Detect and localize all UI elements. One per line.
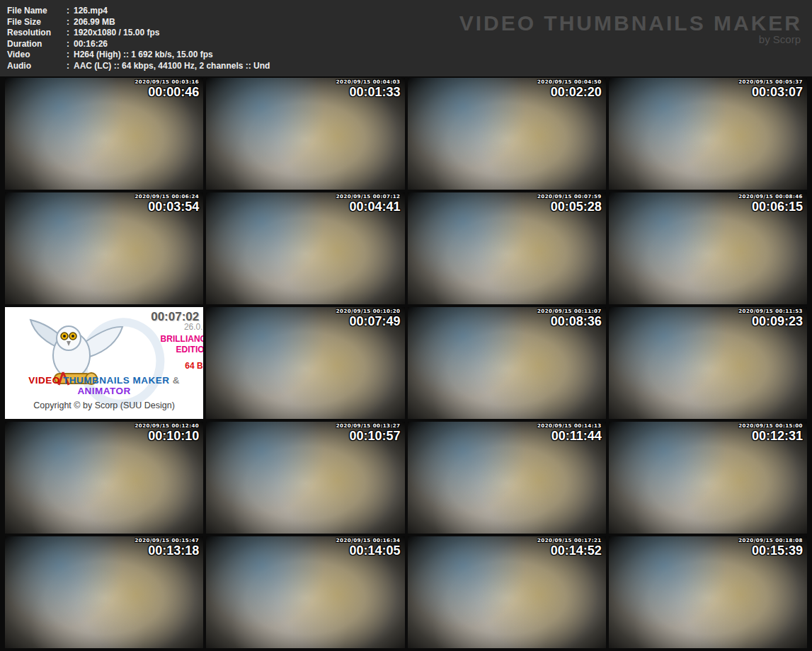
meta-label: File Name: [7, 6, 67, 17]
timestamp-overlay: 00:12:31: [752, 429, 803, 444]
timestamp-overlay: 00:02:20: [551, 85, 602, 100]
timestamp-overlay: 00:03:07: [752, 85, 803, 100]
timestamp-overlay: 00:13:18: [148, 543, 199, 558]
camera-osd-datetime: 2020/09/15 00:03:16: [135, 79, 199, 85]
product-title-thumbnails: THUMBNAILS MAKER: [63, 375, 170, 386]
timestamp-overlay: 00:07:49: [349, 314, 400, 329]
thumbnail-cell: 2020/09/15 00:13:27 00:10:57: [206, 422, 404, 534]
timestamp-overlay: 00:04:41: [349, 200, 400, 214]
edition-label: EDITION: [176, 345, 204, 355]
camera-osd-datetime: 2020/09/15 00:04:50: [537, 79, 602, 85]
meta-label: Resolution: [7, 28, 67, 39]
timestamp-overlay: 00:09:23: [752, 314, 803, 329]
timestamp-overlay: 00:08:36: [551, 314, 602, 329]
meta-label: Video: [7, 50, 67, 61]
meta-row-audio: Audio:AAC (LC) :: 64 kbps, 44100 Hz, 2 c…: [7, 61, 812, 72]
camera-osd-datetime: 2020/09/15 00:07:12: [336, 194, 401, 200]
meta-separator: :: [67, 50, 69, 61]
timestamp-overlay: 00:03:54: [148, 200, 199, 214]
meta-label: Duration: [7, 39, 67, 50]
thumbnail-cell: 2020/09/15 00:15:47 00:13:18: [5, 536, 203, 648]
meta-value: 206.99 MB: [74, 17, 115, 28]
version-label: 26.0.0: [184, 322, 203, 332]
meta-value: AAC (LC) :: 64 kbps, 44100 Hz, 2 channel…: [74, 61, 270, 72]
thumbnail-cell: 2020/09/15 00:07:59 00:05:28: [408, 192, 606, 304]
timestamp-overlay: 00:14:52: [551, 543, 602, 558]
camera-osd-datetime: 2020/09/15 00:10:20: [336, 309, 401, 314]
meta-label: Audio: [7, 61, 67, 72]
thumbnail-cell: 2020/09/15 00:16:34 00:14:05: [206, 536, 404, 648]
timestamp-overlay: 00:10:57: [349, 429, 400, 444]
thumbnail-cell: 2020/09/15 00:18:08 00:15:39: [609, 536, 807, 648]
meta-separator: :: [67, 17, 69, 28]
thumbnail-cell: 2020/09/15 00:05:37 00:03:07: [609, 78, 807, 190]
camera-osd-datetime: 2020/09/15 00:11:07: [537, 309, 602, 314]
app-branding: VIDEO THUMBNAILS MAKER by Scorp: [459, 11, 802, 45]
logo-card: 00:07:02 26.0.0 BRILLIANCE EDITION 64 BI…: [5, 307, 203, 419]
thumbnail-cell: 2020/09/15 00:04:50 00:02:20: [408, 78, 606, 190]
timestamp-overlay: 00:06:15: [752, 200, 803, 214]
meta-row-video: Video:H264 (High) :: 1 692 kb/s, 15.00 f…: [7, 50, 812, 61]
timestamp-overlay: 00:14:05: [349, 543, 400, 558]
camera-osd-datetime: 2020/09/15 00:17:21: [537, 538, 602, 543]
product-title-video: VIDEO: [28, 375, 60, 386]
camera-osd-datetime: 2020/09/15 00:18:08: [738, 538, 803, 543]
camera-osd-datetime: 2020/09/15 00:12:40: [135, 423, 199, 429]
thumbnail-cell: 2020/09/15 00:07:12 00:04:41: [206, 192, 404, 304]
camera-osd-datetime: 2020/09/15 00:04:03: [336, 79, 401, 85]
thumbnail-cell: 2020/09/15 00:03:16 00:00:46: [5, 78, 203, 190]
meta-separator: :: [67, 39, 69, 50]
timestamp-overlay: 00:05:28: [551, 200, 602, 214]
edition-label: BRILLIANCE: [161, 334, 204, 344]
meta-separator: :: [67, 61, 69, 72]
camera-osd-datetime: 2020/09/15 00:11:53: [738, 309, 803, 314]
thumbnail-cell: 2020/09/15 00:04:03 00:01:33: [206, 78, 404, 190]
thumbnail-cell: 2020/09/15 00:12:40 00:10:10: [5, 422, 203, 534]
thumbnail-cell: 2020/09/15 00:11:07 00:08:36: [408, 307, 606, 419]
camera-osd-datetime: 2020/09/15 00:08:46: [738, 194, 803, 200]
bits-label: 64 BIT: [185, 361, 203, 371]
timestamp-overlay: 00:01:33: [349, 85, 400, 100]
thumbnail-cell: 2020/09/15 00:15:00 00:12:31: [609, 422, 807, 534]
product-title: VIDEO THUMBNAILS MAKER & ANIMATOR: [5, 375, 203, 396]
app-title: VIDEO THUMBNAILS MAKER: [459, 11, 802, 35]
camera-osd-datetime: 2020/09/15 00:05:37: [738, 79, 803, 85]
timestamp-overlay: 00:11:44: [551, 429, 602, 444]
thumbnail-cell: 2020/09/15 00:08:46 00:06:15: [609, 192, 807, 304]
camera-osd-datetime: 2020/09/15 00:13:27: [336, 423, 401, 429]
thumbnail-cell: 2020/09/15 00:06:24 00:03:54: [5, 192, 203, 304]
camera-osd-datetime: 2020/09/15 00:14:13: [537, 423, 602, 429]
thumbnail-grid: 2020/09/15 00:03:16 00:00:46 2020/09/15 …: [0, 76, 812, 651]
camera-osd-datetime: 2020/09/15 00:16:34: [336, 538, 401, 543]
timestamp-overlay: 00:15:39: [752, 543, 803, 558]
camera-osd-datetime: 2020/09/15 00:15:47: [135, 538, 199, 543]
meta-value: H264 (High) :: 1 692 kb/s, 15.00 fps: [74, 50, 213, 61]
thumbnail-cell: 2020/09/15 00:10:20 00:07:49: [206, 307, 404, 419]
thumbnail-cell: 2020/09/15 00:14:13 00:11:44: [408, 422, 606, 534]
meta-separator: :: [67, 28, 69, 39]
meta-label: File Size: [7, 17, 67, 28]
product-title-animator: ANIMATOR: [77, 386, 131, 396]
product-title-amp: &: [173, 375, 180, 386]
camera-osd-datetime: 2020/09/15 00:06:24: [135, 194, 199, 200]
copyright-line: Copyright © by Scorp (SUU Design): [5, 401, 203, 410]
meta-value: 126.mp4: [74, 6, 108, 17]
meta-value: 00:16:26: [74, 39, 108, 50]
meta-value: 1920x1080 / 15.00 fps: [74, 28, 159, 39]
camera-osd-datetime: 2020/09/15 00:15:00: [738, 423, 803, 429]
timestamp-overlay: 00:00:46: [148, 85, 199, 100]
camera-osd-datetime: 2020/09/15 00:07:59: [537, 194, 602, 200]
timestamp-overlay: 00:10:10: [148, 429, 199, 444]
meta-separator: :: [67, 6, 69, 17]
thumbnail-cell: 2020/09/15 00:11:53 00:09:23: [609, 307, 807, 419]
info-panel: File Name:126.mp4 File Size:206.99 MB Re…: [0, 0, 812, 76]
thumbnail-cell: 2020/09/15 00:17:21 00:14:52: [408, 536, 606, 648]
